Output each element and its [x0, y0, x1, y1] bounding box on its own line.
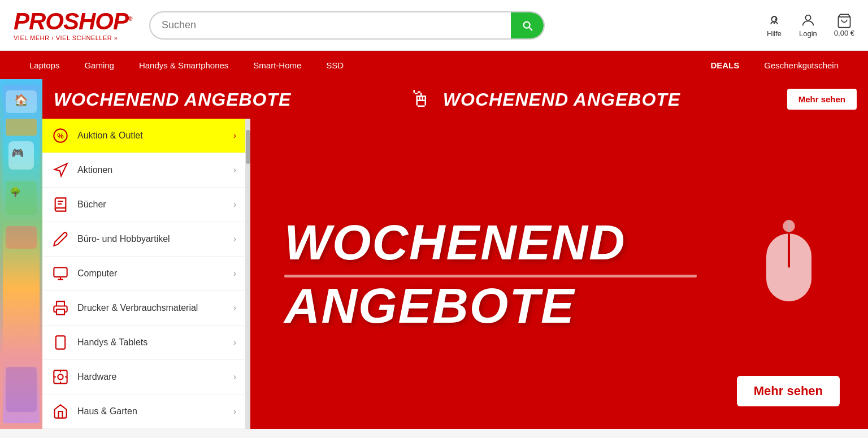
top-banner-text2: WOCHENEND ANGEBOTE: [443, 88, 787, 110]
promo-text-angebote: ANGEBOTE: [284, 283, 575, 328]
header-actions: Hilfe Login 0,00 €: [766, 12, 854, 38]
nav-deals[interactable]: DEALS: [698, 51, 752, 79]
category-label-aktionen: Aktionen: [77, 165, 233, 175]
svg-point-15: [58, 374, 63, 379]
hardware-icon: [51, 368, 70, 386]
login-action[interactable]: Login: [799, 12, 817, 38]
buecher-icon: [51, 196, 70, 214]
chevron-icon-auktion: ›: [233, 131, 236, 141]
logo[interactable]: PROSHOP® VIEL MEHR › VIEL SCHNELLER »: [14, 10, 138, 41]
chevron-icon-aktionen: ›: [233, 165, 236, 175]
help-icon: [766, 12, 782, 28]
main-area: 🏠 🎮 🌳 WOCHENEND ANGEBOTE 🖱 WOCHENEND ANG…: [0, 79, 868, 429]
buero-icon: [51, 230, 70, 248]
haus-icon: [51, 402, 70, 420]
promo-mehr-sehen-button[interactable]: Mehr sehen: [737, 376, 840, 406]
category-computer[interactable]: Computer ›: [42, 257, 245, 291]
category-label-haus: Haus & Garten: [77, 406, 233, 417]
aktionen-icon: [51, 161, 70, 179]
chevron-icon-hardware: ›: [233, 372, 236, 382]
nav-ssd[interactable]: SSD: [314, 51, 356, 79]
help-label: Hilfe: [767, 29, 782, 38]
svg-point-2: [805, 15, 810, 20]
category-label-drucker: Drucker & Verbrauchsmaterial: [77, 303, 233, 313]
chevron-icon-computer: ›: [233, 268, 236, 279]
chevron-icon-buecher: ›: [233, 200, 236, 210]
cart-icon: [836, 13, 852, 29]
search-bar: [149, 11, 545, 40]
nav-smarthome[interactable]: Smart-Home: [241, 51, 314, 79]
category-label-computer: Computer: [77, 268, 233, 279]
category-handys[interactable]: Handys & Tablets ›: [42, 326, 245, 360]
handys-icon: [51, 333, 70, 352]
svg-point-1: [774, 23, 774, 23]
cart-amount: 0,00 €: [834, 29, 854, 37]
nav-laptops[interactable]: Laptops: [17, 51, 72, 79]
top-banner-text1: WOCHENEND ANGEBOTE: [54, 88, 398, 110]
category-label-handys: Handys & Tablets: [77, 337, 233, 348]
svg-rect-11: [57, 309, 64, 314]
logo-text: PROSHOP®: [14, 10, 138, 33]
user-icon: [800, 12, 816, 28]
nav-geschenkgutschein[interactable]: Geschenkgutschein: [752, 51, 851, 79]
cart-action[interactable]: 0,00 €: [834, 13, 854, 37]
sidebar-scrollbar[interactable]: [246, 119, 250, 429]
promo-banner: WOCHENEND ANGEBOTE Mehr sehen: [250, 119, 868, 429]
promo-text-wochenend: WOCHENEND: [284, 220, 626, 264]
header: PROSHOP® VIEL MEHR › VIEL SCHNELLER » Hi…: [0, 0, 868, 51]
scrollbar-thumb[interactable]: [246, 130, 250, 164]
category-auktion-outlet[interactable]: % Auktion & Outlet ›: [42, 119, 245, 153]
chevron-icon-drucker: ›: [233, 303, 236, 313]
category-buecher[interactable]: Bücher ›: [42, 188, 245, 222]
drucker-icon: [51, 299, 70, 317]
search-button[interactable]: [511, 12, 544, 38]
computer-icon: [51, 264, 70, 283]
top-mehr-sehen-button[interactable]: Mehr sehen: [787, 89, 857, 110]
category-label-buecher: Bücher: [77, 200, 233, 210]
category-aktionen[interactable]: Aktionen ›: [42, 153, 245, 188]
search-icon: [521, 19, 533, 32]
category-hardware[interactable]: Hardware ›: [42, 360, 245, 394]
chevron-icon-haus: ›: [233, 406, 236, 417]
lower-section: % Auktion & Outlet › Aktionen ›: [42, 119, 868, 429]
auktion-icon: %: [51, 127, 70, 145]
category-buero[interactable]: Büro- und Hobbyartikel ›: [42, 222, 245, 257]
side-banner-content: 🏠 🎮 🌳: [0, 79, 42, 429]
help-action[interactable]: Hilfe: [766, 12, 782, 38]
nav-handys-smartphones[interactable]: Handys & Smartphones: [127, 51, 241, 79]
nav-gaming[interactable]: Gaming: [72, 51, 127, 79]
svg-rect-8: [54, 268, 67, 277]
navbar: Laptops Gaming Handys & Smartphones Smar…: [0, 51, 868, 79]
category-haus[interactable]: Haus & Garten ›: [42, 394, 245, 429]
mouse-icon-promo: [755, 218, 823, 311]
category-label-buero: Büro- und Hobbyartikel: [77, 234, 233, 244]
category-label-hardware: Hardware: [77, 372, 233, 382]
chevron-icon-handys: ›: [233, 337, 236, 348]
chevron-icon-buero: ›: [233, 234, 236, 244]
content-area: WOCHENEND ANGEBOTE 🖱 WOCHENEND ANGEBOTE …: [42, 79, 868, 429]
category-drucker[interactable]: Drucker & Verbrauchsmaterial ›: [42, 291, 245, 326]
side-banner: 🏠 🎮 🌳: [0, 79, 42, 429]
svg-text:%: %: [57, 132, 64, 140]
logo-tagline: VIEL MEHR › VIEL SCHNELLER »: [14, 34, 138, 41]
login-label: Login: [799, 29, 817, 38]
category-sidebar: % Auktion & Outlet › Aktionen ›: [42, 119, 246, 429]
svg-rect-12: [56, 336, 65, 349]
search-input[interactable]: [150, 12, 511, 38]
mouse-icon-top: 🖱: [409, 86, 432, 112]
category-label-auktion: Auktion & Outlet: [77, 131, 233, 141]
top-banner: WOCHENEND ANGEBOTE 🖱 WOCHENEND ANGEBOTE …: [42, 79, 868, 119]
